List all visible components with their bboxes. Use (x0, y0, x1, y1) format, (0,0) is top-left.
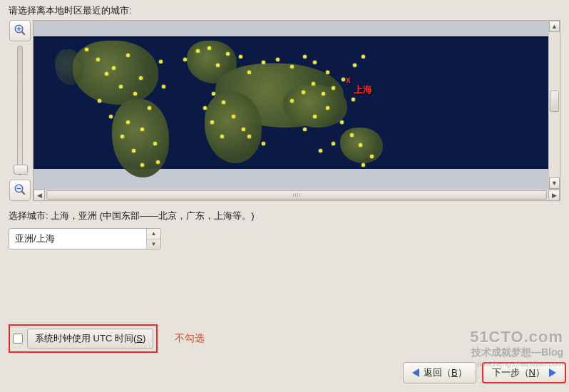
city-dot[interactable] (105, 72, 108, 76)
city-dot[interactable] (342, 78, 345, 81)
selected-city-marker: x (346, 75, 351, 85)
city-dot[interactable] (226, 52, 230, 56)
selected-city-label: 选择城市: (9, 210, 51, 221)
city-dot[interactable] (232, 115, 235, 118)
city-dot[interactable] (340, 120, 344, 124)
city-dot[interactable] (126, 53, 130, 57)
zoom-out-icon (14, 183, 26, 198)
city-dot[interactable] (85, 48, 88, 51)
chevron-down-icon[interactable]: ▼ (147, 239, 160, 249)
arrow-right-icon (549, 368, 556, 377)
utc-checkbox[interactable] (13, 334, 23, 344)
city-dot[interactable] (290, 99, 294, 103)
city-dot[interactable] (98, 99, 101, 103)
city-dot[interactable] (112, 66, 116, 70)
city-dot[interactable] (353, 63, 357, 67)
city-dot[interactable] (159, 60, 163, 63)
timezone-select[interactable]: 亚洲/上海 ▲ ▼ (9, 228, 161, 249)
city-dot[interactable] (140, 128, 144, 131)
city-dot[interactable] (156, 160, 160, 164)
city-dot[interactable] (239, 55, 242, 58)
city-dot[interactable] (350, 133, 354, 137)
city-dot[interactable] (133, 92, 137, 96)
city-dot[interactable] (332, 142, 335, 145)
city-dot[interactable] (153, 142, 157, 145)
city-dot[interactable] (247, 71, 251, 74)
city-dot[interactable] (319, 149, 322, 153)
map-scroll-container: x 上海 ▲ ▼ ◀ ▶ (33, 20, 560, 201)
city-dot[interactable] (247, 135, 251, 138)
arrow-left-icon (412, 368, 419, 377)
city-dot[interactable] (313, 61, 317, 64)
map-area: x 上海 ▲ ▼ ◀ ▶ (9, 20, 560, 201)
city-dot[interactable] (302, 91, 305, 94)
city-dot[interactable] (303, 55, 307, 58)
city-dot[interactable] (109, 115, 113, 118)
city-dot[interactable] (162, 85, 165, 88)
scroll-down-button[interactable]: ▼ (549, 177, 560, 189)
city-dot[interactable] (370, 155, 374, 158)
city-dot[interactable] (352, 98, 355, 101)
city-dot[interactable] (290, 65, 294, 68)
city-dot[interactable] (332, 86, 335, 90)
city-dot[interactable] (126, 120, 130, 124)
city-dot[interactable] (326, 71, 329, 74)
selected-city-marker-label: 上海 (354, 83, 372, 96)
city-dot[interactable] (207, 46, 211, 50)
hscroll-thumb[interactable] (46, 190, 547, 200)
map-horizontal-scrollbar[interactable]: ◀ ▶ (34, 189, 560, 200)
city-dot[interactable] (139, 76, 143, 80)
timezone-select-spinner[interactable]: ▲ ▼ (146, 229, 160, 249)
utc-checkbox-label-button[interactable]: 系统时钟使用 UTC 时间(S) (27, 329, 153, 349)
map-vertical-scrollbar[interactable]: ▲ ▼ (548, 21, 560, 189)
city-dot[interactable] (312, 82, 315, 86)
wizard-nav: 返回（B） 下一步（N） (403, 362, 566, 383)
city-dot[interactable] (362, 163, 365, 167)
city-dot[interactable] (203, 106, 207, 110)
city-dot[interactable] (303, 128, 307, 131)
city-dot[interactable] (196, 49, 200, 53)
city-dot[interactable] (326, 106, 329, 110)
next-button-label: 下一步（N） (492, 366, 545, 379)
scroll-up-button[interactable]: ▲ (549, 21, 560, 32)
city-dot[interactable] (210, 120, 214, 124)
city-dot[interactable] (121, 135, 124, 138)
city-dot[interactable] (362, 55, 365, 58)
city-dot[interactable] (359, 143, 362, 147)
city-dot[interactable] (132, 149, 135, 153)
world-map[interactable]: x 上海 (34, 21, 548, 189)
utc-highlight-box: 系统时钟使用 UTC 时间(S) (9, 324, 158, 353)
city-dot[interactable] (262, 61, 265, 64)
utc-hint-annotation: 不勾选 (175, 332, 205, 345)
selected-city-value: 上海，亚洲 (中国东部——北京，广东，上海等。) (51, 210, 254, 221)
zoom-controls (9, 20, 31, 201)
zoom-slider[interactable] (17, 46, 23, 175)
city-dot[interactable] (262, 142, 265, 145)
city-dot[interactable] (140, 163, 144, 167)
city-dot[interactable] (222, 100, 225, 104)
selected-city-row: 选择城市: 上海，亚洲 (中国东部——北京，广东，上海等。) (9, 210, 560, 222)
city-dot[interactable] (183, 58, 187, 61)
zoom-in-button[interactable] (9, 20, 31, 41)
city-dot[interactable] (220, 135, 224, 138)
city-dot[interactable] (313, 115, 317, 118)
scroll-right-button[interactable]: ▶ (548, 190, 560, 201)
chevron-up-icon[interactable]: ▲ (147, 229, 160, 239)
vscroll-thumb[interactable] (550, 91, 559, 112)
city-dot[interactable] (148, 106, 151, 110)
next-button[interactable]: 下一步（N） (482, 362, 566, 383)
city-dot[interactable] (119, 85, 123, 88)
zoom-out-button[interactable] (9, 180, 31, 201)
back-button-label: 返回（B） (424, 366, 467, 379)
city-dot[interactable] (216, 63, 220, 67)
timezone-select-value: 亚洲/上海 (9, 229, 146, 249)
city-dot[interactable] (96, 58, 100, 61)
city-dot[interactable] (276, 58, 280, 61)
city-dot[interactable] (242, 128, 245, 131)
zoom-slider-thumb[interactable] (14, 165, 28, 175)
scroll-left-button[interactable]: ◀ (34, 190, 45, 201)
svg-line-1 (21, 31, 25, 35)
city-dot[interactable] (322, 92, 325, 96)
city-dot[interactable] (212, 92, 215, 96)
back-button[interactable]: 返回（B） (403, 362, 476, 383)
